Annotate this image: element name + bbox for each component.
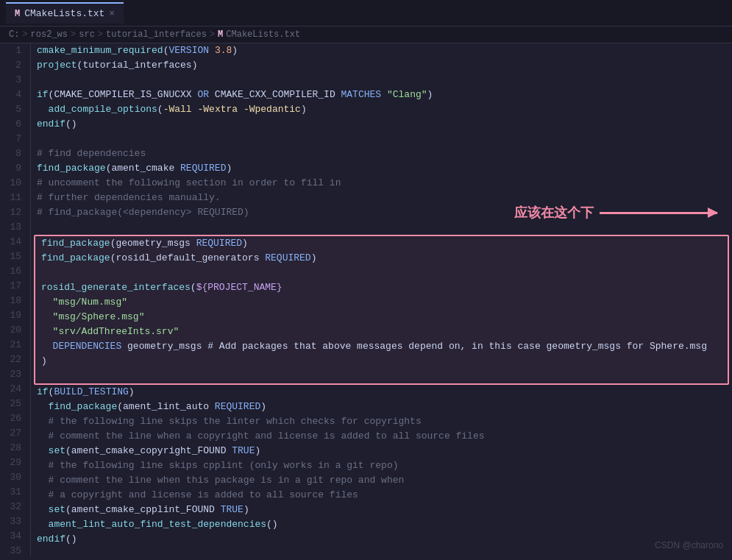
code-line: # further dependencies manually. bbox=[31, 191, 732, 205]
line-number: 32 bbox=[6, 500, 21, 514]
line-numbers: 1234567891011121314151617181920212223242… bbox=[0, 43, 31, 556]
code-line: "msg/Sphere.msg" bbox=[35, 310, 728, 325]
file-tab[interactable]: M CMakeLists.txt × bbox=[6, 2, 124, 24]
watermark: CSDN @charono bbox=[655, 540, 723, 550]
line-number: 9 bbox=[6, 161, 21, 176]
line-number: 17 bbox=[6, 279, 21, 294]
tab-label: CMakeLists.txt bbox=[24, 8, 104, 19]
code-line: project(tutorial_interfaces) bbox=[31, 58, 732, 73]
code-line: find_package(ament_cmake REQUIRED) bbox=[31, 161, 732, 176]
editor: 1234567891011121314151617181920212223242… bbox=[0, 43, 732, 556]
line-number: 35 bbox=[6, 544, 21, 556]
line-number: 31 bbox=[6, 485, 21, 500]
line-number: 28 bbox=[6, 441, 21, 456]
line-number: 27 bbox=[6, 426, 21, 441]
code-line: # the following line skips cpplint (only… bbox=[31, 458, 732, 473]
code-line: if(CMAKE_COMPILER_IS_GNUCXX OR CMAKE_CXX… bbox=[31, 88, 732, 102]
code-line: rosidl_generate_interfaces(${PROJECT_NAM… bbox=[35, 280, 728, 295]
breadcrumb-filename: CMakeLists.txt bbox=[226, 29, 300, 40]
code-content[interactable]: cmake_minimum_required(VERSION 3.8)proje… bbox=[31, 43, 732, 556]
line-number: 34 bbox=[6, 529, 21, 544]
code-line: "msg/Num.msg" bbox=[35, 295, 728, 310]
line-number: 21 bbox=[6, 338, 21, 352]
line-number: 23 bbox=[6, 367, 21, 382]
code-line bbox=[31, 220, 732, 235]
breadcrumb: C: > ros2_ws > src > tutorial_interfaces… bbox=[0, 26, 732, 43]
line-number: 25 bbox=[6, 397, 21, 411]
code-line: find_package(rosidl_default_generators R… bbox=[35, 251, 728, 266]
code-line: ) bbox=[35, 354, 728, 369]
breadcrumb-file-icon: M bbox=[218, 29, 223, 40]
line-number: 4 bbox=[6, 88, 21, 102]
code-line: add_compile_options(-Wall -Wextra -Wpeda… bbox=[31, 102, 732, 117]
code-line bbox=[35, 266, 728, 280]
line-number: 10 bbox=[6, 176, 21, 191]
code-line: find_package(geometry_msgs REQUIRED) bbox=[35, 236, 728, 251]
line-number: 30 bbox=[6, 470, 21, 485]
code-line: set(ament_cmake_cpplint_FOUND TRUE) bbox=[31, 503, 732, 517]
code-line: # comment the line when this package is … bbox=[31, 473, 732, 488]
line-number: 18 bbox=[6, 294, 21, 308]
highlighted-block: find_package(geometry_msgs REQUIRED)find… bbox=[34, 235, 729, 385]
line-number: 1 bbox=[6, 43, 21, 58]
line-number: 16 bbox=[6, 264, 21, 279]
tab-close-button[interactable]: × bbox=[109, 9, 114, 19]
line-number: 7 bbox=[6, 132, 21, 146]
code-line bbox=[35, 369, 728, 383]
code-line: endif() bbox=[31, 117, 732, 132]
line-number: 15 bbox=[6, 249, 21, 264]
code-line: find_package(ament_lint_auto REQUIRED) bbox=[31, 400, 732, 414]
line-number: 19 bbox=[6, 308, 21, 323]
code-line: ament_lint_auto_find_test_dependencies() bbox=[31, 517, 732, 532]
code-line: set(ament_cmake_copyright_FOUND TRUE) bbox=[31, 444, 732, 458]
line-number: 2 bbox=[6, 58, 21, 73]
line-number: 3 bbox=[6, 73, 21, 88]
line-number: 11 bbox=[6, 191, 21, 205]
code-line bbox=[31, 73, 732, 88]
code-line: # find dependencies bbox=[31, 146, 732, 161]
code-line: if(BUILD_TESTING) bbox=[31, 385, 732, 400]
line-number: 8 bbox=[6, 146, 21, 161]
line-number: 29 bbox=[6, 456, 21, 470]
line-number: 33 bbox=[6, 514, 21, 529]
line-number: 20 bbox=[6, 323, 21, 338]
code-line: DEPENDENCIES geometry_msgs # Add package… bbox=[35, 339, 728, 354]
code-line bbox=[31, 132, 732, 146]
code-line: # the following line skips the linter wh… bbox=[31, 414, 732, 429]
code-line: # comment the line when a copyright and … bbox=[31, 429, 732, 444]
line-number: 14 bbox=[6, 235, 21, 249]
code-line bbox=[31, 547, 732, 556]
code-line: # a copyright and license is added to al… bbox=[31, 488, 732, 503]
code-line: # uncomment the following section in ord… bbox=[31, 176, 732, 191]
line-number: 6 bbox=[6, 117, 21, 132]
code-line: cmake_minimum_required(VERSION 3.8) bbox=[31, 43, 732, 58]
title-bar: M CMakeLists.txt × bbox=[0, 0, 732, 26]
line-number: 13 bbox=[6, 220, 21, 235]
code-line: "srv/AddThreeInts.srv" bbox=[35, 325, 728, 339]
code-line: endif() bbox=[31, 532, 732, 547]
cmake-file-icon: M bbox=[15, 9, 20, 19]
line-number: 5 bbox=[6, 102, 21, 117]
line-number: 12 bbox=[6, 205, 21, 220]
line-number: 22 bbox=[6, 352, 21, 367]
code-line: # find_package(<dependency> REQUIRED) bbox=[31, 205, 732, 220]
line-number: 26 bbox=[6, 411, 21, 426]
line-number: 24 bbox=[6, 382, 21, 397]
